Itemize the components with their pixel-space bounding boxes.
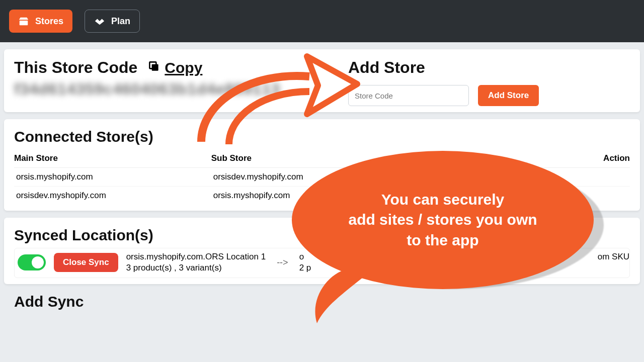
th-main: Main Store xyxy=(14,149,211,168)
handshake-icon xyxy=(94,16,105,27)
topbar: Stores Plan xyxy=(0,0,644,42)
arrow-icon xyxy=(186,46,367,149)
nav-stores-tab[interactable]: Stores xyxy=(9,10,72,33)
nav-plan-tab[interactable]: Plan xyxy=(85,10,140,33)
store-code-title: This Store Code xyxy=(14,58,137,77)
svg-rect-1 xyxy=(152,64,158,70)
sync-toggle[interactable] xyxy=(18,254,46,270)
store-icon xyxy=(18,16,29,27)
sync-right-end: om SKU xyxy=(598,251,629,274)
copy-icon xyxy=(147,59,160,76)
nav-plan-label: Plan xyxy=(111,16,130,27)
close-sync-button[interactable]: Close Sync xyxy=(54,253,118,272)
arrow-text: --> xyxy=(274,257,291,268)
info-bubble: You can securely add sites / stores you … xyxy=(292,151,594,289)
bubble-tail-icon xyxy=(312,269,382,324)
sync-left-info: orsis.myshopify.com.ORS Location 1 3 pro… xyxy=(126,251,266,274)
add-store-button[interactable]: Add Store xyxy=(478,85,539,106)
nav-stores-label: Stores xyxy=(35,16,63,27)
svg-rect-0 xyxy=(20,21,28,25)
